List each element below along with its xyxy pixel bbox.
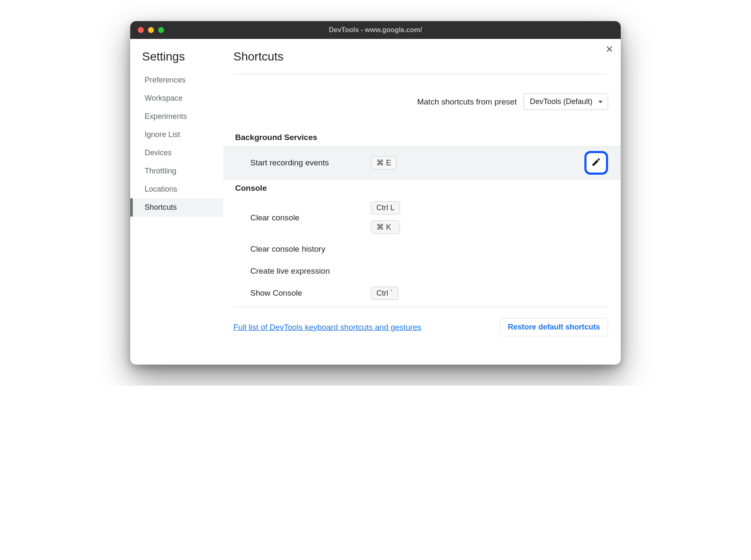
shortcut-action: Clear console history (250, 244, 371, 254)
devtools-window: DevTools - www.google.com/ ✕ Settings Pr… (130, 21, 621, 365)
shortcut-row-clear-console-history: Clear console history (233, 238, 608, 260)
key-badge: ⌘ K (371, 220, 400, 234)
preset-row: Match shortcuts from preset DevTools (De… (233, 74, 608, 129)
settings-content: ✕ Settings Preferences Workspace Experim… (130, 39, 621, 365)
sidebar-item-preferences[interactable]: Preferences (130, 71, 223, 89)
full-list-link[interactable]: Full list of DevTools keyboard shortcuts… (233, 323, 422, 332)
window-controls (130, 27, 164, 33)
zoom-window-button[interactable] (158, 27, 164, 33)
key-badge: ⌘ E (371, 156, 397, 170)
titlebar: DevTools - www.google.com/ (130, 21, 621, 39)
preset-label: Match shortcuts from preset (417, 97, 516, 107)
shortcut-row-start-recording: Start recording events ⌘ E (223, 146, 621, 179)
sidebar-item-throttling[interactable]: Throttling (130, 162, 223, 180)
minimize-window-button[interactable] (148, 27, 154, 33)
shortcut-action: Clear console (250, 213, 371, 222)
page-title: Shortcuts (233, 50, 608, 74)
section-header-background-services: Background Services (233, 129, 608, 146)
sidebar-item-ignore-list[interactable]: Ignore List (130, 126, 223, 144)
sidebar-item-locations[interactable]: Locations (130, 180, 223, 198)
sidebar-item-experiments[interactable]: Experiments (130, 107, 223, 126)
preset-select[interactable]: DevTools (Default) (524, 93, 608, 110)
settings-sidebar: Settings Preferences Workspace Experimen… (130, 39, 223, 365)
sidebar-title: Settings (130, 50, 223, 71)
footer-row: Full list of DevTools keyboard shortcuts… (233, 307, 608, 336)
shortcut-keys: Ctrl L ⌘ K (371, 201, 400, 234)
shortcut-action: Create live expression (250, 266, 371, 276)
shortcut-row-create-live-expression: Create live expression (233, 260, 608, 282)
edit-shortcut-button[interactable] (584, 151, 608, 175)
close-window-button[interactable] (138, 27, 144, 33)
preset-value: DevTools (Default) (530, 97, 592, 106)
shortcut-action: Show Console (250, 288, 371, 298)
sidebar-item-workspace[interactable]: Workspace (130, 89, 223, 107)
section-header-console: Console (233, 179, 608, 197)
shortcut-row-clear-console: Clear console Ctrl L ⌘ K (233, 197, 608, 238)
key-badge: Ctrl L (371, 201, 400, 214)
window-title: DevTools - www.google.com/ (130, 26, 621, 34)
sidebar-item-shortcuts[interactable]: Shortcuts (130, 198, 223, 217)
close-icon[interactable]: ✕ (606, 45, 613, 54)
shortcut-keys: ⌘ E (371, 156, 397, 170)
shortcuts-panel: Shortcuts Match shortcuts from preset De… (223, 39, 621, 365)
sidebar-item-devices[interactable]: Devices (130, 144, 223, 162)
key-badge: Ctrl ` (371, 287, 398, 300)
restore-defaults-button[interactable]: Restore default shortcuts (500, 318, 608, 336)
pencil-icon (591, 157, 601, 169)
shortcut-keys: Ctrl ` (371, 287, 398, 300)
shortcut-row-show-console: Show Console Ctrl ` (233, 282, 608, 304)
shortcut-action: Start recording events (250, 158, 371, 167)
